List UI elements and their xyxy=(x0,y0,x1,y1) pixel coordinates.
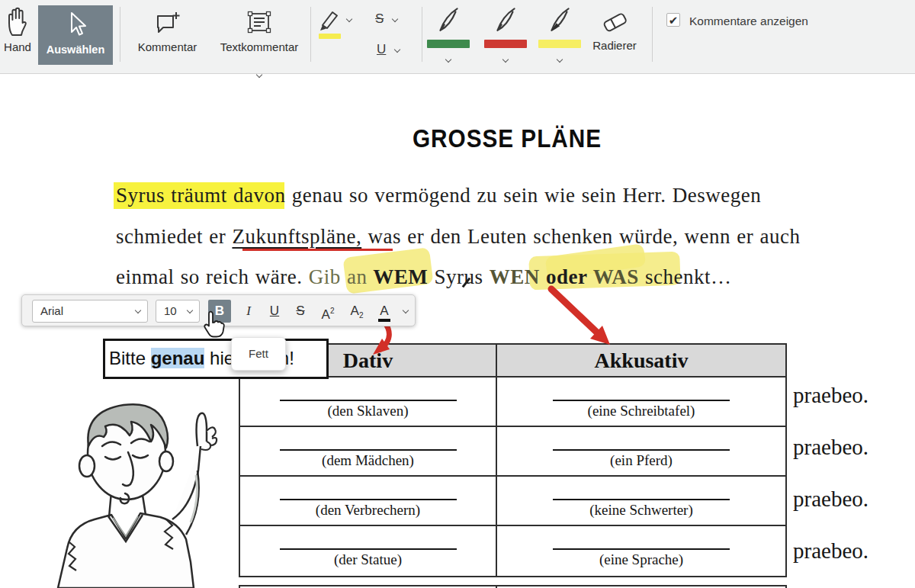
toolbar-divider xyxy=(422,7,422,62)
paragraph-line-3: einmal so reich wäre. Gib an WEM Syrus W… xyxy=(116,265,731,289)
annotation-textbox[interactable]: Bitte genau hier lesen! xyxy=(103,339,329,379)
hand-icon xyxy=(5,26,30,39)
blank-answer-line xyxy=(553,477,730,500)
eraser-icon xyxy=(599,24,630,37)
chevron-down-icon[interactable] xyxy=(445,56,451,63)
select-tool-button-active[interactable]: Auswählen xyxy=(38,5,113,65)
superscript-button[interactable]: A2 xyxy=(315,300,341,323)
text-comment-tool-button[interactable]: Textkommentar xyxy=(214,9,305,79)
pen-color-swatch xyxy=(427,40,470,48)
tooltip-label: Fett xyxy=(249,347,268,360)
paragraph-line-2: schmiedet er Zukunftspläne, was er den L… xyxy=(116,225,800,249)
pen-nib-icon xyxy=(492,23,519,36)
underline-button[interactable]: U xyxy=(263,300,286,323)
blank-answer-line xyxy=(553,378,730,401)
chevron-down-icon xyxy=(187,307,193,313)
blank-answer-line xyxy=(553,526,730,550)
toolbar-divider xyxy=(652,7,653,62)
font-size-value: 10 xyxy=(164,304,177,317)
highlighter-pencil-icon xyxy=(316,8,342,35)
eraser-tool-button[interactable]: Radierer xyxy=(587,9,642,52)
table-row: (den Verbrechern) (keine Schwerter) xyxy=(240,477,785,526)
verb-label: praebeo. xyxy=(793,383,868,408)
highlighted-text: WAS xyxy=(593,265,639,288)
show-comments-checkbox[interactable]: ✔ xyxy=(666,13,680,27)
verb-label: praebeo. xyxy=(793,538,868,564)
strikethrough-glyph: S xyxy=(375,11,384,27)
strikethrough-button[interactable]: S xyxy=(289,300,312,323)
font-size-select[interactable]: 10 xyxy=(156,300,200,323)
subscript-button[interactable]: A2 xyxy=(344,300,370,323)
font-family-select[interactable]: Arial xyxy=(32,300,148,323)
pen-color-swatch xyxy=(484,40,527,48)
highlighted-text: WEN xyxy=(490,265,540,288)
table-row: (den Sklaven) (eine Schreibtafel) xyxy=(240,378,785,427)
comment-tool-label: Kommentar xyxy=(131,40,204,53)
verb-label: praebeo. xyxy=(793,435,868,460)
font-family-value: Arial xyxy=(40,304,63,317)
chevron-down-icon[interactable] xyxy=(403,307,409,313)
chevron-down-icon[interactable] xyxy=(502,56,509,63)
blank-answer-line xyxy=(280,378,457,401)
document-title: GROSSE PLÄNE xyxy=(313,124,702,154)
chevron-down-icon[interactable] xyxy=(346,16,352,22)
table-row: (der Statue) (eine Sprache) xyxy=(240,526,785,576)
hand-tool-label: Hand xyxy=(0,40,35,53)
cursor-arrow-icon xyxy=(63,30,88,42)
comment-tool-button[interactable]: Kommentar xyxy=(131,11,204,53)
highlighter-color-swatch xyxy=(319,34,341,39)
pen-tool-yellow[interactable] xyxy=(537,5,583,65)
text-note-icon xyxy=(245,26,274,39)
pen-tool-green[interactable] xyxy=(425,5,471,65)
toolbar-divider xyxy=(120,7,120,62)
show-comments-label: Kommentare anzeigen xyxy=(689,14,808,28)
table-row: (dem Mädchen) (ein Pferd) xyxy=(240,427,785,477)
chevron-down-icon[interactable] xyxy=(394,47,400,53)
highlighted-text: Syrus trä xyxy=(116,184,194,207)
selected-text: genau xyxy=(151,348,205,368)
highlighted-text: Gib an xyxy=(309,265,368,288)
toolbar-divider xyxy=(310,7,311,62)
chevron-down-icon[interactable] xyxy=(557,56,563,63)
checkmark-icon: ✔ xyxy=(669,14,679,27)
paragraph-line-1: Syrus träumt davon genau so vermögend zu… xyxy=(116,184,761,207)
text-comment-tool-label: Textkommentar xyxy=(214,40,305,53)
comment-plus-icon xyxy=(152,26,183,39)
blank-answer-line xyxy=(553,427,730,451)
pen-color-swatch xyxy=(538,40,581,48)
red-underline-annotation[interactable] xyxy=(242,249,393,251)
underlined-text: Zukunftspläne, xyxy=(232,225,361,248)
pen-nib-icon xyxy=(435,23,462,36)
verb-label: praebeo. xyxy=(793,487,868,512)
pen-tool-red[interactable] xyxy=(483,5,528,65)
blank-answer-line xyxy=(280,526,457,550)
chevron-down-icon[interactable] xyxy=(256,72,262,78)
table-next-row-partial xyxy=(239,585,787,588)
chevron-down-icon[interactable] xyxy=(392,16,398,22)
bold-button[interactable]: B xyxy=(208,300,231,323)
table-column-divider xyxy=(496,585,497,588)
italic-button[interactable]: I xyxy=(237,300,260,323)
table-header-akkusativ: Akkusativ xyxy=(497,345,785,376)
eraser-tool-label: Radierer xyxy=(587,39,642,52)
text-format-toolbar: Arial 10 B I U S A2 A2 A xyxy=(21,294,416,326)
select-tool-label: Auswählen xyxy=(38,43,113,56)
hand-tool-button[interactable]: Hand xyxy=(0,6,35,53)
blank-answer-line xyxy=(280,477,457,500)
red-straight-arrow[interactable] xyxy=(551,289,610,345)
annotation-toolbar: Hand Auswählen Kommentar xyxy=(0,0,915,74)
chevron-down-icon xyxy=(135,307,141,313)
underline-glyph: U xyxy=(377,42,386,57)
cartoon-man-pointing-illustration xyxy=(44,385,241,588)
blank-answer-line xyxy=(280,427,457,451)
pen-nib-icon xyxy=(546,23,573,36)
font-color-button[interactable]: A xyxy=(373,300,396,323)
app-window: Hand Auswählen Kommentar xyxy=(0,0,915,588)
bold-tooltip: Fett xyxy=(231,337,286,371)
